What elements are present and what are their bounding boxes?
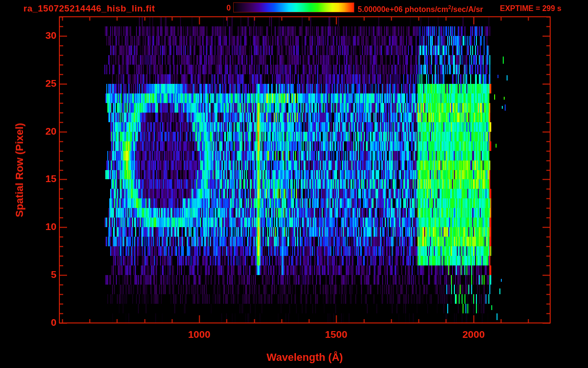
colorbar-min-label: 0 [216, 4, 231, 12]
y-tick-label: 30 [32, 30, 57, 41]
y-tick-label: 25 [32, 78, 57, 89]
y-tick-label: 15 [32, 173, 57, 184]
x-tick-label: 1500 [315, 329, 358, 340]
y-tick-label: 10 [32, 221, 57, 232]
x-axis-title: Wavelength (Å) [59, 351, 550, 364]
x-tick-label: 1000 [178, 329, 221, 340]
y-tick-label: 0 [32, 317, 57, 328]
spectrogram-quicklook-window: ra_150725214446_hisb_lin.fit 0 5.00000e+… [0, 0, 588, 368]
y-axis-title: Spatial Row (Pixel) [13, 123, 26, 218]
fits-filename: ra_150725214446_hisb_lin.fit [23, 3, 155, 14]
y-tick-label: 20 [32, 126, 57, 137]
y-tick-label: 5 [32, 269, 57, 280]
spectrogram-canvas [0, 0, 588, 368]
colorbar-gradient [233, 2, 354, 12]
colorbar-max-units: /sec/A/sr [451, 5, 483, 13]
x-tick-label: 2000 [452, 329, 495, 340]
colorbar-max-label: 5.00000e+06 photons/cm2/sec/A/sr [358, 4, 483, 14]
colorbar-max-value: 5.00000e+06 photons/cm [358, 5, 448, 13]
exptime-label: EXPTIME = 299 s [500, 4, 562, 13]
